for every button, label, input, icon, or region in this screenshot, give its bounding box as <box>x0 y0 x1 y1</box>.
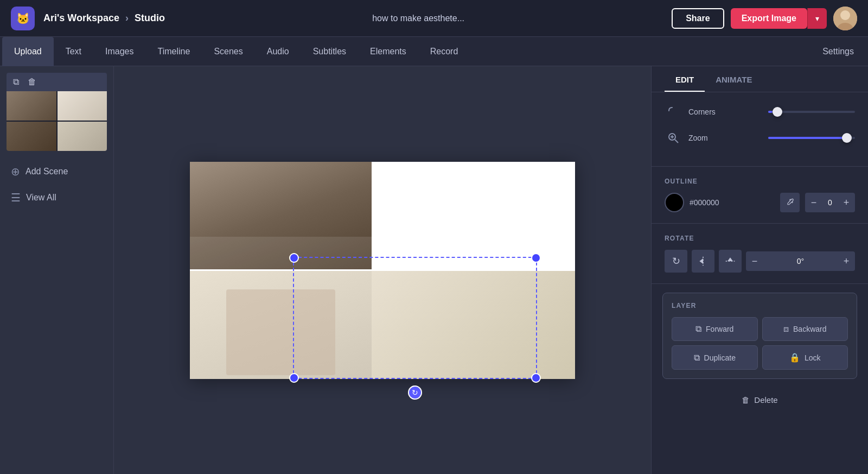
outline-row: #000000 − 0 + <box>665 193 855 212</box>
doc-title[interactable]: how to make aesthete... <box>372 14 464 23</box>
rotate-increment-button[interactable]: + <box>838 251 855 271</box>
delete-label: Delete <box>754 395 777 405</box>
svg-point-1 <box>840 10 850 20</box>
flip-v-button[interactable] <box>719 250 742 273</box>
lock-button[interactable]: 🔒 Lock <box>762 345 848 370</box>
rotate-title: ROTATE <box>665 235 855 242</box>
outline-color-swatch[interactable] <box>665 193 684 212</box>
breadcrumb-separator: › <box>125 12 131 23</box>
outline-value: 0 <box>822 198 838 207</box>
corners-slider-thumb[interactable] <box>773 107 782 117</box>
rotate-decrement-button[interactable]: − <box>746 251 763 271</box>
nav-images[interactable]: Images <box>93 37 145 66</box>
workspace-name[interactable]: Ari's Workspace <box>43 12 119 23</box>
canvas[interactable]: ↻ <box>190 162 575 379</box>
zoom-row: Zoom <box>665 129 855 147</box>
export-dropdown-button[interactable]: ▾ <box>807 8 827 29</box>
add-scene-label: Add Scene <box>25 167 68 176</box>
outline-decrement-button[interactable]: − <box>805 193 822 212</box>
eyedropper-button[interactable] <box>780 193 800 212</box>
topbar-actions: Share Export Image ▾ <box>672 7 857 30</box>
corners-icon <box>665 103 682 121</box>
scene-thumb-img-2 <box>58 91 107 121</box>
corners-slider[interactable] <box>768 111 855 113</box>
nav-record[interactable]: Record <box>418 37 470 66</box>
title-center: how to make aesthete... <box>174 14 663 23</box>
flip-h-button[interactable] <box>692 250 714 273</box>
backward-button[interactable]: ⧈ Backward <box>762 317 848 341</box>
lock-label: Lock <box>805 353 821 362</box>
outline-title: OUTLINE <box>665 178 855 185</box>
duplicate-button[interactable]: ⧉ Duplicate <box>672 345 758 370</box>
layer-title: LAYER <box>672 302 848 309</box>
zoom-label: Zoom <box>688 134 762 142</box>
svg-line-4 <box>675 140 678 143</box>
nav-elements[interactable]: Elements <box>358 37 418 66</box>
scene-thumb-img-1 <box>7 91 56 121</box>
scene-thumbnail-container: ⧉ 🗑 <box>7 73 107 151</box>
nav-settings[interactable]: Settings <box>810 37 866 66</box>
main-layout: ⧉ 🗑 ⊕ Add Scene ☰ View All <box>0 66 868 474</box>
rotate-cw-button[interactable]: ↻ <box>665 250 687 273</box>
right-panel: EDIT ANIMATE Corners <box>651 66 868 474</box>
tab-animate[interactable]: ANIMATE <box>705 66 763 92</box>
collage-bottom-right <box>372 271 575 379</box>
corners-label: Corners <box>688 108 762 116</box>
rotate-section: ROTATE ↻ − 0° <box>652 224 868 284</box>
left-panel: ⧉ 🗑 ⊕ Add Scene ☰ View All <box>0 66 114 474</box>
share-button[interactable]: Share <box>672 8 724 29</box>
duplicate-icon: ⧉ <box>694 353 700 363</box>
scene-thumb-actions: ⧉ 🗑 <box>7 73 107 91</box>
navbar: Upload Text Images Timeline Scenes Audio… <box>0 37 868 66</box>
export-button[interactable]: Export Image <box>731 8 807 29</box>
backward-label: Backward <box>793 325 826 333</box>
view-all-button[interactable]: ☰ View All <box>7 186 107 210</box>
project-name[interactable]: Studio <box>135 12 165 23</box>
lock-icon: 🔒 <box>789 352 800 363</box>
rotate-value: 0° <box>763 257 838 266</box>
backward-icon: ⧈ <box>783 324 789 334</box>
duplicate-scene-button[interactable]: ⧉ <box>11 76 21 88</box>
outline-number-control: − 0 + <box>805 193 855 212</box>
duplicate-label: Duplicate <box>704 353 736 362</box>
nav-text[interactable]: Text <box>54 37 93 66</box>
rotate-controls: ↻ − 0° + <box>665 250 855 273</box>
zoom-icon <box>665 129 682 147</box>
scene-thumbnail <box>7 91 107 151</box>
canvas-area[interactable]: ↻ <box>114 66 651 474</box>
delete-row[interactable]: 🗑 Delete <box>652 388 868 412</box>
corners-row: Corners <box>665 103 855 121</box>
outline-color-label: #000000 <box>690 198 775 207</box>
outline-increment-button[interactable]: + <box>838 193 855 212</box>
nav-subtitles[interactable]: Subtitles <box>301 37 358 66</box>
rotate-number-control: − 0° + <box>746 251 855 271</box>
collage-left <box>190 162 372 379</box>
add-scene-icon: ⊕ <box>11 165 20 178</box>
collage-bottom-left <box>190 271 372 379</box>
layer-grid: ⧉ Forward ⧈ Backward ⧉ Duplicate 🔒 Lock <box>672 317 848 370</box>
scene-thumb-img-3 <box>7 122 56 151</box>
user-avatar[interactable] <box>833 7 857 30</box>
zoom-slider[interactable] <box>768 137 855 139</box>
right-tabs: EDIT ANIMATE <box>652 66 868 92</box>
add-scene-button[interactable]: ⊕ Add Scene <box>7 160 107 184</box>
topbar: 🐱 Ari's Workspace › Studio how to make a… <box>0 0 868 37</box>
nav-timeline[interactable]: Timeline <box>146 37 202 66</box>
scene-thumb-img-4 <box>58 122 107 151</box>
corners-section: Corners Zoom <box>652 92 868 167</box>
tab-edit[interactable]: EDIT <box>665 66 705 92</box>
view-all-icon: ☰ <box>11 191 21 204</box>
view-all-label: View All <box>26 193 56 203</box>
zoom-slider-thumb[interactable] <box>842 133 852 143</box>
rotate-handle[interactable]: ↻ <box>408 385 422 400</box>
forward-icon: ⧉ <box>695 324 701 334</box>
forward-button[interactable]: ⧉ Forward <box>672 317 758 341</box>
delete-scene-button[interactable]: 🗑 <box>25 76 39 88</box>
white-area <box>372 162 575 270</box>
nav-scenes[interactable]: Scenes <box>202 37 254 66</box>
corners-slider-fill <box>768 111 773 113</box>
nav-upload[interactable]: Upload <box>2 37 54 66</box>
outline-section: OUTLINE #000000 − 0 + <box>652 167 868 224</box>
nav-audio[interactable]: Audio <box>255 37 301 66</box>
forward-label: Forward <box>706 325 733 333</box>
